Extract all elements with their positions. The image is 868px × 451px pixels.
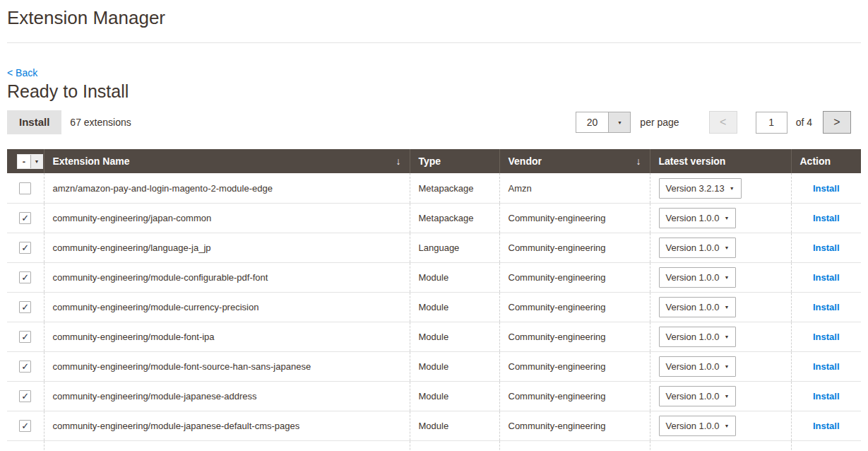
back-link[interactable]: < Back <box>7 67 37 78</box>
row-checkbox[interactable]: ✓ <box>19 361 31 373</box>
column-label: Action <box>800 156 831 167</box>
install-link[interactable]: Install <box>813 391 840 402</box>
row-checkbox[interactable]: ✓ <box>19 242 31 254</box>
page-title: Extension Manager <box>7 0 861 29</box>
action-cell: Install <box>791 411 861 440</box>
extension-name-cell: community-engineering/language-ja_jp <box>44 233 410 262</box>
column-header-extension-name[interactable]: Extension Name ↓ <box>44 149 410 173</box>
prev-chevron-icon: < <box>720 117 726 128</box>
install-link[interactable]: Install <box>813 213 840 223</box>
install-link[interactable]: Install <box>813 242 840 253</box>
caret-down-icon: ▼ <box>724 423 729 428</box>
per-page-select[interactable]: 20 ▼ <box>576 112 631 133</box>
row-checkbox[interactable]: ✓ <box>19 420 31 432</box>
extension-type: Module <box>419 361 449 372</box>
extension-name-cell: amzn/amazon-pay-and-login-magento-2-modu… <box>44 173 410 203</box>
next-page-button[interactable]: > <box>823 111 851 134</box>
install-link[interactable]: Install <box>813 183 840 194</box>
extension-name-cell: community-engineering/module-japanese-ad… <box>44 381 410 411</box>
version-value: Version 1.0.0 <box>666 421 720 431</box>
caret-down-icon: ▼ <box>724 305 729 310</box>
extension-name: community-engineering/module-configurabl… <box>53 272 268 283</box>
version-select[interactable]: Version 1.0.0 ▼ <box>659 238 737 258</box>
install-link[interactable]: Install <box>813 302 840 312</box>
row-checkbox[interactable]: ✓ <box>19 331 31 343</box>
current-page-input[interactable] <box>756 112 787 134</box>
extension-name-cell: community-engineering/module-font-source… <box>44 351 410 381</box>
extension-vendor: Community-engineering <box>509 302 606 312</box>
column-label: Latest version <box>659 156 726 167</box>
indeterminate-checkbox-icon[interactable]: - <box>18 155 31 168</box>
table-row: ✓ community-engineering/module-japanese-… <box>7 411 861 440</box>
extension-name: community-engineering/language-ja_jp <box>53 242 211 253</box>
extension-type: Metapackage <box>419 213 474 223</box>
version-select[interactable]: Version 3.2.13 ▼ <box>659 178 742 199</box>
action-cell: Install <box>791 381 861 411</box>
row-checkbox[interactable]: ✓ <box>19 271 31 283</box>
install-link[interactable]: Install <box>813 272 840 283</box>
column-header-latest-version[interactable]: Latest version <box>650 149 791 173</box>
version-select[interactable]: Version 1.0.0 ▼ <box>659 208 737 228</box>
extension-type: Module <box>419 302 449 312</box>
install-link[interactable]: Install <box>813 421 840 431</box>
table-header-row: - ▼ Extension Name ↓ Type Vendor <box>7 149 861 173</box>
caret-down-icon[interactable]: ▼ <box>608 112 630 132</box>
column-header-type[interactable]: Type <box>410 149 499 173</box>
version-select[interactable]: Version 1.0.0 ▼ <box>659 356 737 377</box>
version-cell: Version 1.0.0 ▼ <box>650 381 791 411</box>
extension-name: community-engineering/module-font-ipa <box>53 332 215 342</box>
extension-name: community-engineering/module-japanese-ad… <box>53 391 257 402</box>
type-cell: Module <box>410 351 499 381</box>
row-checkbox[interactable]: ✓ <box>19 390 31 402</box>
extension-name-cell: community-engineering/japan-common <box>44 203 410 233</box>
vendor-cell: Community-engineering <box>499 381 650 411</box>
install-link[interactable]: Install <box>813 332 840 342</box>
sort-desc-icon: ↓ <box>636 156 641 167</box>
version-select[interactable]: Version 1.0.0 ▼ <box>659 386 737 406</box>
table-row: ✓ community-engineering/module-currency-… <box>7 292 861 322</box>
type-cell <box>410 440 499 451</box>
table-row: ✓ community-engineering/module-font-ipa … <box>7 322 861 351</box>
type-cell: Module <box>410 292 499 322</box>
vendor-cell: Community-engineering <box>499 411 650 440</box>
next-chevron-icon: > <box>833 117 840 128</box>
version-select[interactable]: Version 1.0.0 ▼ <box>659 416 737 436</box>
caret-down-icon[interactable]: ▼ <box>31 155 42 168</box>
vendor-cell: Community-engineering <box>499 262 650 292</box>
row-select-cell: ✓ <box>7 411 44 440</box>
extension-vendor: Amzn <box>509 183 532 194</box>
previous-page-button[interactable]: < <box>709 111 737 134</box>
version-value: Version 1.0.0 <box>666 213 720 223</box>
caret-down-icon: ▼ <box>730 186 735 191</box>
column-header-vendor[interactable]: Vendor ↓ <box>499 149 650 173</box>
caret-down-icon: ▼ <box>724 216 729 221</box>
extension-name-cell: community-engineering/module-currency-pr… <box>44 292 410 322</box>
extension-vendor: Community-engineering <box>509 213 606 223</box>
column-header-action: Action <box>791 149 861 173</box>
extension-vendor: Community-engineering <box>509 272 606 283</box>
row-checkbox[interactable] <box>19 182 31 194</box>
select-all-dropdown[interactable]: - ▼ <box>17 154 43 169</box>
toolbar: Install 67 extensions 20 ▼ per page < of… <box>7 110 861 134</box>
install-link[interactable]: Install <box>813 361 840 372</box>
version-select[interactable]: Version 1.0.0 ▼ <box>659 327 737 347</box>
version-value: Version 3.2.13 <box>666 183 725 194</box>
table-row: ✓ community-engineering/language-ja_jp L… <box>7 233 861 262</box>
version-value: Version 1.0.0 <box>666 242 720 253</box>
per-page-label: per page <box>640 117 679 128</box>
row-checkbox[interactable]: ✓ <box>19 301 31 313</box>
install-all-button[interactable]: Install <box>7 110 61 134</box>
header-divider <box>7 42 861 43</box>
extension-type: Module <box>419 421 449 431</box>
row-checkbox[interactable]: ✓ <box>19 212 31 224</box>
row-select-cell: ✓ <box>7 262 44 292</box>
version-select[interactable]: Version 1.0.0 ▼ <box>659 267 737 288</box>
action-cell: Install <box>791 351 861 381</box>
vendor-cell: Community-engineering <box>499 351 650 381</box>
extension-name-cell: community-engineering/module-font-ipa <box>44 322 410 351</box>
version-value: Version 1.0.0 <box>666 302 720 312</box>
row-select-cell: ✓ <box>7 381 44 411</box>
version-value: Version 1.0.0 <box>666 272 720 283</box>
version-select[interactable]: Version 1.0.0 ▼ <box>659 297 737 317</box>
table-row: ✓ community-engineering/japan-common Met… <box>7 203 861 233</box>
